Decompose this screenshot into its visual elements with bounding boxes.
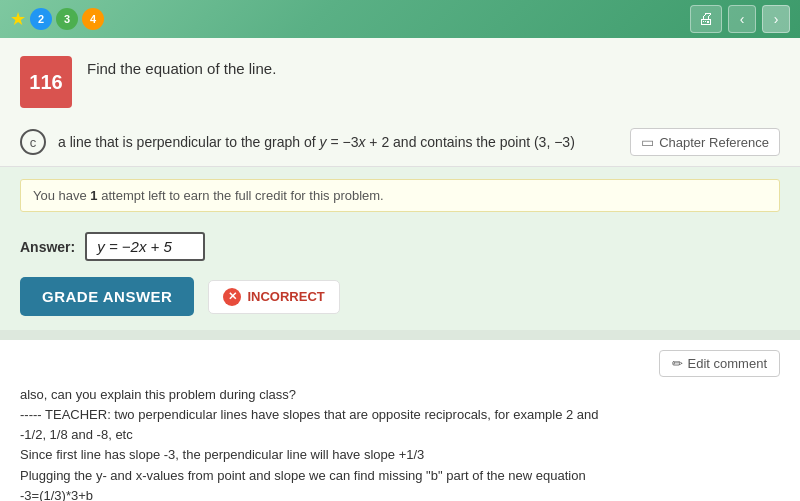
pencil-icon: ✏ — [672, 356, 683, 371]
badge-4: 4 — [82, 8, 104, 30]
top-bar: ★ 2 3 4 🖨 ‹ › — [0, 0, 800, 38]
sub-question-text: a line that is perpendicular to the grap… — [58, 134, 618, 150]
comment-section: ✏ Edit comment also, can you explain thi… — [0, 340, 800, 501]
back-button[interactable]: ‹ — [728, 5, 756, 33]
bookmark-icon: ▭ — [641, 134, 654, 150]
forward-button[interactable]: › — [762, 5, 790, 33]
sub-question: c a line that is perpendicular to the gr… — [0, 118, 800, 167]
answer-label: Answer: — [20, 239, 75, 255]
edit-comment-button[interactable]: ✏ Edit comment — [659, 350, 780, 377]
chapter-reference-button[interactable]: ▭ Chapter Reference — [630, 128, 780, 156]
problem-number: 116 — [20, 56, 72, 108]
problem-header: 116 Find the equation of the line. — [0, 38, 800, 118]
comment-text: also, can you explain this problem durin… — [20, 385, 780, 501]
x-icon: ✕ — [223, 288, 241, 306]
attempt-notice: You have 1 attempt left to earn the full… — [20, 179, 780, 212]
grade-row: GRADE ANSWER ✕ INCORRECT — [0, 273, 800, 330]
print-button[interactable]: 🖨 — [690, 5, 722, 33]
problem-text: Find the equation of the line. — [87, 56, 276, 77]
sub-question-letter: c — [20, 129, 46, 155]
answer-section: Answer: y = −2x + 5 — [0, 224, 800, 273]
grade-answer-button[interactable]: GRADE ANSWER — [20, 277, 194, 316]
answer-input[interactable]: y = −2x + 5 — [85, 232, 205, 261]
star-icon: ★ — [10, 8, 26, 30]
section-divider — [0, 330, 800, 340]
badge-2: 2 — [30, 8, 52, 30]
badge-3: 3 — [56, 8, 78, 30]
top-bar-right: 🖨 ‹ › — [690, 5, 790, 33]
incorrect-badge: ✕ INCORRECT — [208, 280, 339, 314]
top-bar-left: ★ 2 3 4 — [10, 8, 104, 30]
